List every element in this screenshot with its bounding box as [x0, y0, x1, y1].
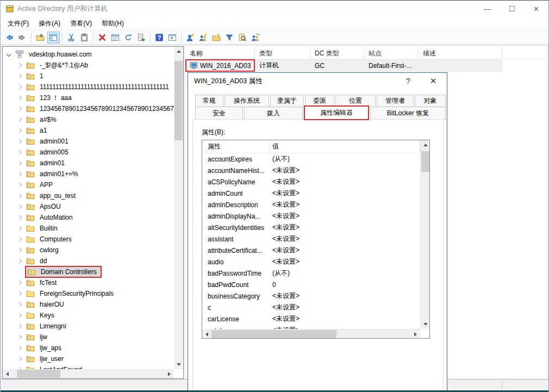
- attribute-row[interactable]: adminDisplayNa...<未设置>: [202, 210, 420, 222]
- tree-item[interactable]: LostAndFound: [18, 364, 84, 369]
- expand-chevron-icon[interactable]: [17, 96, 22, 100]
- tree-item[interactable]: -_$!@&*?.1你Ab: [18, 60, 90, 71]
- menu-item-V[interactable]: 查看(V): [65, 17, 97, 30]
- expand-chevron-icon[interactable]: [17, 161, 22, 165]
- expand-chevron-icon[interactable]: [17, 248, 22, 252]
- attribute-row[interactable]: accountExpires(从不): [202, 153, 420, 165]
- attribute-row[interactable]: adminDescription<未设置>: [202, 199, 420, 210]
- tree-hscroll-thumb[interactable]: [17, 370, 60, 378]
- grid-column-header-值[interactable]: 值: [270, 140, 420, 153]
- tab-操作系统[interactable]: 操作系统: [224, 95, 269, 107]
- new-group-button[interactable]: [197, 32, 210, 43]
- menu-item-H[interactable]: 帮助(H): [97, 17, 129, 30]
- expand-chevron-icon[interactable]: [17, 74, 22, 78]
- close-button[interactable]: ✕: [524, 1, 548, 17]
- name-cell[interactable]: WIN_2016_AD03: [185, 59, 255, 72]
- tree-item[interactable]: 1: [18, 71, 45, 82]
- tree-item[interactable]: ljw: [18, 332, 49, 343]
- tree-item[interactable]: admin01: [18, 158, 66, 169]
- scroll-right-icon[interactable]: [414, 332, 417, 337]
- tree-item[interactable]: AutoMation: [18, 212, 74, 223]
- scroll-left-icon[interactable]: [6, 372, 9, 376]
- attribute-row[interactable]: assistant<未设置>: [202, 233, 420, 245]
- expand-chevron-icon[interactable]: [17, 128, 22, 133]
- column-header-名称[interactable]: 名称: [185, 47, 255, 59]
- expand-chevron-icon[interactable]: [17, 237, 22, 241]
- tree-item[interactable]: a1: [18, 125, 48, 136]
- column-header-DC 类型[interactable]: DC 类型: [310, 47, 364, 59]
- expand-chevron-icon[interactable]: [17, 107, 22, 111]
- tab-安全[interactable]: 安全: [195, 107, 243, 120]
- new-user-button[interactable]: [184, 32, 197, 43]
- scroll-down-icon[interactable]: [423, 323, 428, 326]
- tree-item[interactable]: admin005: [18, 147, 70, 158]
- tab-委派[interactable]: 委派: [305, 95, 334, 107]
- grid-hscroll-thumb[interactable]: [211, 330, 336, 338]
- column-header-描述[interactable]: 描述: [419, 47, 502, 59]
- refresh-button[interactable]: [122, 32, 135, 43]
- grid-vscroll-thumb[interactable]: [421, 151, 429, 172]
- scroll-up-icon[interactable]: [423, 144, 428, 146]
- tab-常规[interactable]: 常规: [195, 95, 223, 107]
- attribute-row[interactable]: badPasswordTime(从不): [202, 267, 420, 279]
- tree-item[interactable]: 1234567890123456789012345678901234567890…: [18, 103, 174, 114]
- scroll-right-icon[interactable]: [168, 372, 171, 376]
- paste-button[interactable]: [78, 32, 91, 43]
- toggle-console-tree-button[interactable]: [47, 32, 60, 43]
- filter-button[interactable]: [223, 32, 236, 43]
- grid-hscrollbar[interactable]: [202, 329, 420, 338]
- expand-chevron-icon[interactable]: [17, 226, 22, 231]
- attribute-row[interactable]: altSecurityIdentities<未设置>: [202, 222, 420, 233]
- attribute-row[interactable]: catalogs<未设置>: [202, 325, 420, 329]
- tab-属性编辑器[interactable]: 属性编辑器: [304, 105, 369, 120]
- attribute-row[interactable]: businessCategory<未设置>: [202, 290, 420, 302]
- tab-隶属于[interactable]: 隶属于: [270, 95, 304, 107]
- expand-chevron-icon[interactable]: [17, 194, 22, 198]
- expand-chevron-icon[interactable]: [17, 291, 22, 296]
- tree-item[interactable]: admin001: [18, 136, 70, 147]
- attribute-row[interactable]: accountNameHist...<未设置>: [202, 165, 420, 176]
- tree-item[interactable]: Computers: [18, 234, 73, 245]
- tree-item[interactable]: fcTest: [18, 277, 58, 288]
- expand-chevron-icon[interactable]: [17, 259, 22, 263]
- show-window-button[interactable]: [166, 32, 179, 43]
- grid-vscrollbar[interactable]: [420, 140, 429, 329]
- expand-chevron-icon[interactable]: [17, 150, 22, 154]
- scroll-down-icon[interactable]: [177, 363, 181, 366]
- expand-chevron-icon[interactable]: [17, 204, 22, 209]
- dialog-close-button[interactable]: ✕: [424, 73, 442, 89]
- expand-chevron-icon[interactable]: [17, 85, 22, 89]
- expand-chevron-icon[interactable]: [7, 52, 11, 57]
- column-header-类型[interactable]: 类型: [255, 47, 310, 59]
- find-button[interactable]: [236, 32, 249, 43]
- expand-chevron-icon[interactable]: [17, 281, 22, 285]
- tree-item[interactable]: dd: [18, 256, 48, 266]
- scroll-left-icon[interactable]: [205, 332, 208, 337]
- tree-item[interactable]: Limengni: [18, 321, 68, 332]
- tree-item[interactable]: vdesktop.huawei.com: [7, 49, 93, 60]
- help-button[interactable]: ?: [153, 32, 166, 43]
- tab-拨入[interactable]: 拨入: [244, 107, 303, 120]
- new-ou-button[interactable]: [210, 32, 223, 43]
- expand-chevron-icon[interactable]: [17, 215, 22, 220]
- tree-hscrollbar[interactable]: [3, 369, 174, 378]
- tree-item[interactable]: ForeignSecurityPrincipals: [18, 288, 115, 299]
- delete-button[interactable]: [96, 32, 109, 43]
- tree-item[interactable]: ljw_aps: [18, 343, 63, 353]
- expand-chevron-icon[interactable]: [17, 324, 22, 328]
- tree-item[interactable]: Keys: [18, 310, 56, 321]
- expand-chevron-icon[interactable]: [17, 302, 22, 307]
- tree-item[interactable]: 123 ！ aaa: [18, 92, 73, 103]
- tree-item[interactable]: 1111111111111111111111111111111111111111…: [18, 82, 171, 92]
- export-list-button[interactable]: [135, 32, 148, 43]
- tree-item[interactable]: APP: [18, 179, 54, 190]
- maximize-button[interactable]: ☐: [500, 1, 524, 17]
- tree-item[interactable]: admin01+=%: [18, 169, 80, 179]
- tree-item[interactable]: ljw_user: [18, 353, 65, 364]
- attribute-row[interactable]: aCSPolicyName<未设置>: [202, 176, 420, 188]
- properties-button[interactable]: [109, 32, 122, 43]
- tree-item[interactable]: Builtin: [18, 223, 59, 234]
- expand-chevron-icon[interactable]: [17, 139, 22, 144]
- expand-chevron-icon[interactable]: [17, 313, 22, 318]
- tree-item[interactable]: a#$%: [18, 114, 58, 125]
